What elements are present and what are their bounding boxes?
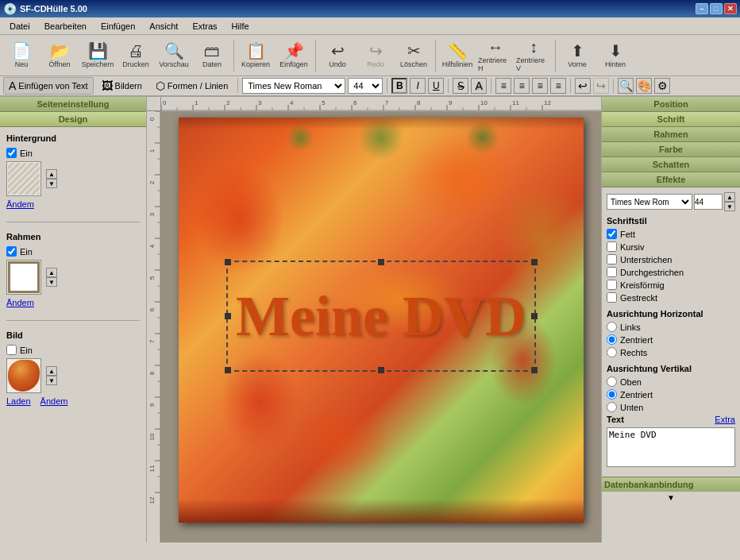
menu-bearbeiten[interactable]: Bearbeiten <box>38 20 93 33</box>
hintergrund-aendern-link[interactable]: Ändem <box>6 199 34 209</box>
rp-font-name-select[interactable]: Times New Rom <box>607 194 692 210</box>
bild-laden-link[interactable]: Laden <box>6 396 31 406</box>
rp-text-label: Text <box>607 415 624 424</box>
rp-font-size-up[interactable]: ▲ <box>724 192 735 202</box>
handle-ml[interactable] <box>225 313 231 319</box>
rp-farbe[interactable]: Farbe <box>602 142 740 157</box>
rp-zentriert-h-radio[interactable] <box>607 334 617 345</box>
rp-position[interactable]: Position <box>602 97 740 112</box>
rahmen-spin-up[interactable]: ▲ <box>46 268 57 277</box>
tb-redo[interactable]: ↪ Redo <box>357 37 394 74</box>
menu-hilfe[interactable]: Hilfe <box>225 20 256 33</box>
menu-ansicht[interactable]: Ansicht <box>143 20 184 33</box>
rp-kursiv-checkbox[interactable] <box>607 241 617 252</box>
rp-schrift[interactable]: Schrift <box>602 112 740 127</box>
rp-oben-radio[interactable] <box>607 377 617 387</box>
font-name-select[interactable]: Times New Roman <box>242 78 345 94</box>
handle-bm[interactable] <box>378 367 384 373</box>
rp-kreisfoermig-checkbox[interactable] <box>607 280 617 290</box>
handle-mr[interactable] <box>531 313 538 319</box>
close-button[interactable]: ✕ <box>724 3 737 14</box>
rp-unten-radio[interactable] <box>607 402 617 412</box>
rp-font-row: Times New Rom ▲ ▼ <box>607 192 735 211</box>
tb-zentriere-h[interactable]: ↔ Zentriere H <box>477 37 514 74</box>
tb-zentriere-v[interactable]: ↕ Zentriere V <box>515 37 552 74</box>
tb-loeschen[interactable]: ✂ Löschen <box>395 37 432 74</box>
tb-kopieren[interactable]: 📋 Kopieren <box>237 37 274 74</box>
scroll-down-icon[interactable]: ▼ <box>667 493 675 502</box>
handle-tm[interactable] <box>378 259 384 265</box>
hintergrund-spin-down[interactable]: ▼ <box>46 179 57 188</box>
ft-insert-text[interactable]: A Einfügen von Text <box>3 77 94 95</box>
ft-shapes[interactable]: ⬡ Formen / Linien <box>150 77 233 95</box>
rp-font-size-down[interactable]: ▼ <box>724 202 735 211</box>
fmt-italic-button[interactable]: I <box>410 78 426 94</box>
rp-schatten[interactable]: Schatten <box>602 157 740 172</box>
menu-extras[interactable]: Extras <box>186 20 223 33</box>
rp-effekte[interactable]: Effekte <box>602 172 740 187</box>
tb-vorne[interactable]: ⬆ Vorne <box>559 37 595 74</box>
tb-hinten-label: Hinten <box>605 60 626 68</box>
tb-einfuegen[interactable]: 📌 Einfügen <box>276 37 312 74</box>
fmt-align-justify[interactable]: ≡ <box>550 78 566 94</box>
rp-zentriert-v-radio[interactable] <box>607 389 617 400</box>
canvas-document[interactable]: Meine DVD <box>179 118 584 523</box>
bild-spin-up[interactable]: ▲ <box>46 366 57 376</box>
drucken-icon: 🖨 <box>128 43 144 59</box>
bild-ein-checkbox[interactable] <box>6 345 17 355</box>
maximize-button[interactable]: □ <box>710 3 723 14</box>
rp-durchgestrichen-checkbox[interactable] <box>607 267 617 277</box>
menu-datei[interactable]: Datei <box>3 20 37 33</box>
font-size-select[interactable]: 44 <box>348 78 383 94</box>
fmt-align-center[interactable]: ≡ <box>514 78 530 94</box>
rp-gestreckt-checkbox[interactable] <box>607 292 617 303</box>
minimize-button[interactable]: – <box>696 3 708 14</box>
hintergrund-spin-up[interactable]: ▲ <box>46 169 57 179</box>
fmt-shadow-button[interactable]: A <box>471 78 487 94</box>
fmt-zoom-out[interactable]: 🔍 <box>618 78 634 94</box>
fmt-color-picker[interactable]: 🎨 <box>636 78 652 94</box>
handle-tr[interactable] <box>531 259 538 265</box>
fmt-underline-button[interactable]: U <box>428 78 444 94</box>
fmt-redo-icon[interactable]: ↪ <box>593 78 609 94</box>
ft-images[interactable]: 🖼 Bildern <box>96 77 148 95</box>
rp-rechts-radio[interactable] <box>607 347 617 357</box>
rp-scroll-down[interactable]: ▼ <box>602 492 740 504</box>
tb-hilfslinien[interactable]: 📏 Hilfslinien <box>439 37 476 74</box>
fmt-bold-button[interactable]: B <box>391 78 407 94</box>
fmt-align-right[interactable]: ≡ <box>532 78 548 94</box>
fmt-strikethrough-button[interactable]: S̶ <box>453 78 468 94</box>
tb-neu[interactable]: 📄 Neu <box>3 37 40 74</box>
tb-speichern[interactable]: 💾 Speichern <box>79 37 116 74</box>
rp-font-size-input[interactable] <box>694 194 723 210</box>
rahmen-spin-down[interactable]: ▼ <box>46 277 57 287</box>
menu-einfuegen[interactable]: Einfügen <box>94 20 141 33</box>
rp-unterstrichen-checkbox[interactable] <box>607 254 617 265</box>
text-box[interactable]: Meine DVD <box>226 261 536 372</box>
rp-fett-checkbox[interactable] <box>607 229 617 239</box>
fmt-settings[interactable]: ⚙ <box>654 78 670 94</box>
tb-vorschau[interactable]: 🔍 Vorschau <box>156 37 192 74</box>
tb-hinten[interactable]: ⬇ Hinten <box>597 37 634 74</box>
rp-extra-link[interactable]: Extra <box>715 415 735 424</box>
rp-links-radio[interactable] <box>607 322 617 332</box>
rahmen-spin: ▲ ▼ <box>46 268 57 287</box>
fmt-align-left[interactable]: ≡ <box>495 78 511 94</box>
rp-rahmen[interactable]: Rahmen <box>602 127 740 142</box>
bild-aendern-link[interactable]: Ändem <box>40 396 68 406</box>
handle-tl[interactable] <box>225 259 231 265</box>
hintergrund-ein-checkbox[interactable] <box>6 148 17 158</box>
rp-text-area[interactable]: Meine DVD <box>607 427 735 467</box>
tb-daten[interactable]: 🗃 Daten <box>194 37 230 74</box>
rahmen-ein-checkbox[interactable] <box>6 246 17 257</box>
rahmen-preview-row: ▲ ▼ <box>6 260 140 295</box>
tb-oeffnen[interactable]: 📂 Öffnen <box>41 37 78 74</box>
bild-spin-down[interactable]: ▼ <box>46 376 57 385</box>
rahmen-aendern-link[interactable]: Ändem <box>6 298 34 307</box>
rp-zentriert-v-label: Zentriert <box>620 390 653 400</box>
fmt-undo-icon[interactable]: ↩ <box>575 78 591 94</box>
tb-undo[interactable]: ↩ Undo <box>319 37 356 74</box>
tb-drucken[interactable]: 🖨 Drucken <box>118 37 154 74</box>
handle-br[interactable] <box>531 367 538 373</box>
handle-bl[interactable] <box>225 367 231 373</box>
